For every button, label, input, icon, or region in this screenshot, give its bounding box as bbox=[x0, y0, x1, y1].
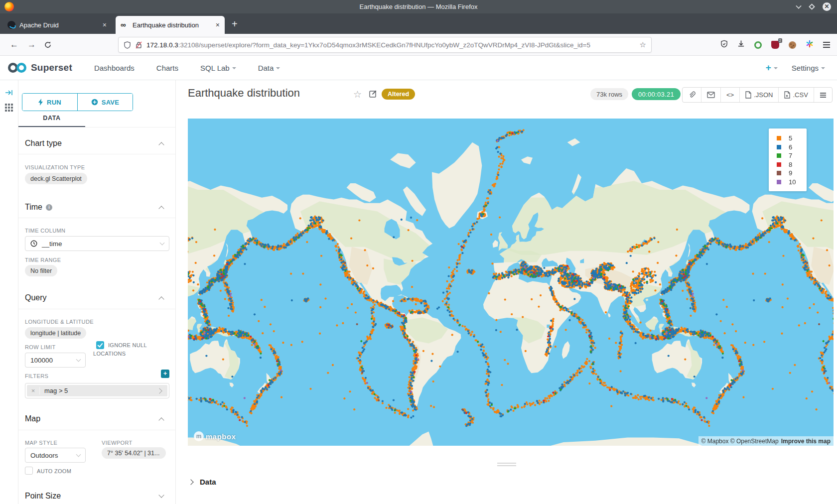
superset-logo[interactable]: Superset bbox=[7, 61, 72, 74]
tab-earthquake-distribution[interactable]: ∞ Earthquake distribution × bbox=[116, 16, 225, 34]
map-style-label: MAP STYLE bbox=[25, 440, 57, 446]
dataset-grid-icon[interactable] bbox=[4, 103, 13, 114]
viewport-value[interactable]: 7° 35' 54.02" | 31... bbox=[102, 447, 166, 459]
tab-apache-druid[interactable]: Apache Druid × bbox=[2, 16, 112, 34]
map-style-select[interactable]: Outdoors bbox=[25, 448, 86, 463]
tracking-shield-icon[interactable] bbox=[124, 41, 131, 49]
export-json-button[interactable]: .JSON bbox=[739, 88, 778, 102]
legend-swatch bbox=[777, 180, 781, 184]
section-map[interactable]: Map bbox=[25, 414, 169, 423]
remove-filter-icon[interactable]: × bbox=[27, 387, 40, 394]
legend-label: 9 bbox=[789, 169, 792, 177]
extension-icon[interactable] bbox=[754, 41, 762, 49]
legend-label: 8 bbox=[789, 161, 792, 168]
nav-dashboards[interactable]: Dashboards bbox=[94, 64, 135, 72]
row-limit-select[interactable]: 100000 bbox=[25, 353, 86, 368]
chevron-down-icon bbox=[821, 67, 825, 69]
file-icon bbox=[745, 91, 751, 99]
reload-icon[interactable] bbox=[44, 41, 52, 49]
bookmark-star-icon[interactable]: ☆ bbox=[640, 40, 646, 49]
collapse-panel-icon[interactable] bbox=[5, 89, 13, 98]
altered-badge[interactable]: Altered bbox=[382, 89, 415, 100]
viz-type-value[interactable]: deck.gl Scatterplot bbox=[25, 173, 87, 184]
window-titlebar: Earthquake distribution — Mozilla Firefo… bbox=[0, 0, 837, 13]
time-column-select[interactable]: __time bbox=[25, 236, 169, 251]
downloads-icon[interactable] bbox=[737, 40, 745, 50]
ublock-icon[interactable]: 2 bbox=[771, 41, 779, 49]
run-button[interactable]: RUN bbox=[22, 94, 77, 111]
nav-data[interactable]: Data bbox=[258, 64, 280, 72]
lonlat-value[interactable]: longitude | latitude bbox=[25, 327, 86, 339]
new-tab-button[interactable]: + bbox=[232, 18, 238, 30]
back-icon[interactable]: ← bbox=[10, 40, 18, 50]
legend-item: 10 bbox=[769, 178, 807, 187]
tab-data[interactable]: DATA bbox=[18, 109, 85, 126]
file-x-icon bbox=[784, 91, 790, 99]
email-button[interactable] bbox=[701, 88, 720, 102]
insecure-lock-icon[interactable] bbox=[136, 41, 142, 49]
export-csv-button[interactable]: .CSV bbox=[778, 88, 813, 102]
data-results-collapse[interactable]: Data bbox=[176, 471, 837, 493]
chart-menu-button[interactable] bbox=[814, 88, 832, 102]
tab-close-icon[interactable]: × bbox=[103, 21, 107, 29]
section-point-size[interactable]: Point Size bbox=[25, 492, 169, 501]
window-close-icon[interactable]: ✕ bbox=[823, 2, 831, 11]
section-query[interactable]: Query bbox=[25, 293, 169, 302]
filters-label: FILTERS bbox=[25, 373, 48, 379]
tab-bar: Apache Druid × ∞ Earthquake distribution… bbox=[0, 13, 837, 34]
time-range-value[interactable]: No filter bbox=[25, 265, 57, 276]
mapbox-logo[interactable]: m mapbox bbox=[194, 431, 236, 441]
save-button[interactable]: SAVE bbox=[77, 94, 133, 111]
share-link-button[interactable] bbox=[683, 88, 701, 102]
chevron-down-icon bbox=[76, 452, 81, 457]
protections-shield-icon[interactable] bbox=[720, 40, 728, 50]
chevron-down-icon bbox=[76, 357, 81, 362]
window-title: Earthquake distribution — Mozilla Firefo… bbox=[0, 3, 837, 10]
chevron-up-icon bbox=[158, 206, 164, 211]
clock-icon bbox=[30, 240, 37, 247]
embed-code-button[interactable]: <> bbox=[720, 88, 739, 102]
legend-item: 6 bbox=[769, 143, 807, 152]
ignore-null-checkbox[interactable] bbox=[96, 341, 104, 349]
cookie-extension-icon[interactable] bbox=[789, 41, 796, 49]
info-icon: i bbox=[46, 204, 52, 211]
window-minimize-icon[interactable] bbox=[796, 3, 801, 8]
new-chart-button[interactable]: + bbox=[766, 62, 778, 73]
map-attribution: © Mapbox © OpenStreetMap Improve this ma… bbox=[698, 436, 834, 446]
favorite-star-icon[interactable]: ☆ bbox=[353, 89, 362, 100]
nav-charts[interactable]: Charts bbox=[156, 64, 178, 72]
legend-label: 10 bbox=[789, 178, 796, 186]
row-limit-label: ROW LIMIT bbox=[25, 344, 56, 350]
pane-drag-handle[interactable] bbox=[497, 463, 516, 468]
legend-swatch bbox=[777, 162, 781, 167]
menu-icon[interactable] bbox=[823, 44, 830, 45]
add-filter-button[interactable]: + bbox=[161, 370, 169, 378]
improve-map-link[interactable]: Improve this map bbox=[781, 438, 831, 445]
legend-item: 7 bbox=[769, 151, 807, 160]
legend-item: 5 bbox=[769, 134, 807, 143]
nav-sql-lab[interactable]: SQL Lab bbox=[200, 64, 236, 72]
forward-icon[interactable]: → bbox=[27, 40, 36, 50]
chevron-down-icon bbox=[232, 67, 236, 69]
chart-title[interactable]: Earthquake distribution bbox=[188, 87, 300, 100]
deckgl-scatterplot-map[interactable]: 5678910 m mapbox © Mapbox © OpenStreetMa… bbox=[188, 119, 834, 446]
section-chart-type[interactable]: Chart type bbox=[25, 139, 169, 148]
auto-zoom-checkbox[interactable] bbox=[25, 467, 33, 475]
chevron-down-icon bbox=[276, 67, 280, 69]
druid-favicon bbox=[7, 21, 15, 29]
envelope-icon bbox=[707, 92, 715, 98]
mapbox-icon: m bbox=[194, 431, 204, 441]
chevron-up-icon bbox=[158, 417, 164, 423]
chart-header: Earthquake distribution ☆ Altered 73k ro… bbox=[176, 80, 837, 119]
filter-pill[interactable]: × mag > 5 bbox=[27, 385, 167, 396]
edit-properties-icon[interactable] bbox=[369, 90, 377, 100]
map-canvas[interactable] bbox=[188, 119, 834, 446]
auto-zoom-label: AUTO ZOOM bbox=[37, 467, 71, 476]
window-maximize-icon[interactable] bbox=[809, 3, 815, 10]
tab-close-icon[interactable]: × bbox=[216, 21, 220, 29]
settings-menu[interactable]: Settings bbox=[792, 64, 825, 72]
pinwheel-extension-icon[interactable] bbox=[806, 40, 814, 50]
section-time[interactable]: Timei bbox=[25, 203, 169, 212]
url-text[interactable]: 172.18.0.3:32108/superset/explore/?form_… bbox=[146, 41, 636, 49]
url-bar[interactable]: 172.18.0.3:32108/superset/explore/?form_… bbox=[118, 37, 652, 53]
